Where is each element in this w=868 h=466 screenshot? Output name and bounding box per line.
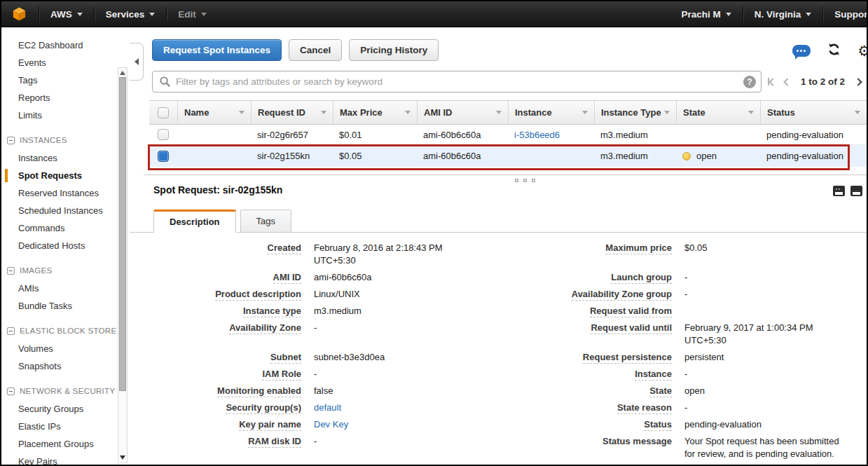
column-header-name[interactable]: Name xyxy=(177,101,251,124)
sidebar-item-ec2-dashboard[interactable]: EC2 Dashboard xyxy=(1,36,130,54)
column-header-instance-type[interactable]: Instance Type xyxy=(594,101,676,124)
field-row-request-valid-from: Request valid from xyxy=(554,305,861,317)
column-header-instance[interactable]: Instance xyxy=(508,101,594,124)
scroll-up-icon[interactable] xyxy=(120,71,125,75)
top-nav-bar: AWS Services Edit Prachi M N. Virginia S… xyxy=(1,1,867,27)
nav-right-group: Prachi M N. Virginia Support xyxy=(670,1,867,27)
cancel-button[interactable]: Cancel xyxy=(289,39,342,61)
chevron-down-icon xyxy=(806,13,811,16)
tab-description[interactable]: Description xyxy=(153,210,236,233)
column-header-state[interactable]: State xyxy=(676,101,760,124)
sidebar-item-key-pairs[interactable]: Key Pairs xyxy=(1,453,130,466)
tab-tags[interactable]: Tags xyxy=(240,210,291,233)
sidebar-item-reserved-instances[interactable]: Reserved Instances xyxy=(1,184,130,202)
sidebar-item-security-groups[interactable]: Security Groups xyxy=(1,400,130,418)
sidebar-item-dedicated-hosts[interactable]: Dedicated Hosts xyxy=(1,237,130,254)
collapse-minus-icon xyxy=(7,137,15,144)
filter-input[interactable] xyxy=(176,76,740,87)
field-row-created: CreatedFebruary 8, 2016 at 2:18:43 PMUTC… xyxy=(153,242,549,267)
chevron-down-icon xyxy=(149,13,155,16)
select-all-checkbox[interactable] xyxy=(158,107,169,118)
scrollbar-thumb[interactable] xyxy=(119,77,126,391)
security-group-link[interactable]: default xyxy=(314,402,341,414)
column-header-request-id[interactable]: Request ID xyxy=(251,101,333,124)
sidebar-item-elastic-ips[interactable]: Elastic IPs xyxy=(1,418,130,435)
detail-panel-title: Spot Request: sir-02g155kn xyxy=(153,184,282,196)
field-row-ami-id: AMI IDami-60b6c60a xyxy=(153,271,549,284)
row-checkbox[interactable] xyxy=(158,129,169,140)
field-row-status: Statuspending-evaluation xyxy=(554,418,861,431)
cell-ami-id: ami-60b6c60a xyxy=(417,130,508,140)
pagination: 1 to 2 of 2 xyxy=(768,71,861,92)
request-spot-instances-button[interactable]: Request Spot Instances xyxy=(152,39,282,61)
nav-support-menu[interactable]: Support xyxy=(823,9,868,20)
column-header-status[interactable]: Status xyxy=(760,101,867,124)
table-row[interactable]: sir-02g6r657 $0.01 ami-60b6c60a i-53b6ee… xyxy=(149,125,867,145)
help-icon[interactable]: ? xyxy=(743,76,756,88)
detail-fields-right: Maximum price$0.05 Launch group- Availab… xyxy=(554,242,861,465)
nav-menu-services[interactable]: Services xyxy=(95,9,167,20)
row-checkbox-checked[interactable] xyxy=(158,151,169,162)
nav-menu-aws[interactable]: AWS xyxy=(39,9,94,20)
nav-menu-edit[interactable]: Edit xyxy=(167,9,218,20)
first-page-button[interactable] xyxy=(768,78,776,85)
feedback-chat-icon[interactable] xyxy=(792,45,811,57)
aws-cube-logo-icon[interactable] xyxy=(11,6,27,22)
sidebar-collapse-tab[interactable] xyxy=(130,43,144,81)
next-page-button[interactable] xyxy=(854,78,862,85)
sort-caret-icon xyxy=(239,111,244,114)
nav-region-menu[interactable]: N. Virginia xyxy=(743,9,823,20)
scroll-down-icon[interactable] xyxy=(120,455,125,460)
sidebar-item-instances[interactable]: Instances xyxy=(1,149,130,167)
sidebar-item-spot-requests[interactable]: Spot Requests xyxy=(1,167,130,184)
maximize-pane-icon[interactable] xyxy=(850,186,862,196)
cell-instance-type: m3.medium xyxy=(594,151,676,161)
sidebar-item-commands[interactable]: Commands xyxy=(1,219,130,237)
filter-bar: ? xyxy=(152,71,762,92)
sidebar-section-images[interactable]: IMAGES xyxy=(1,262,130,280)
sidebar-item-scheduled-instances[interactable]: Scheduled Instances xyxy=(1,202,130,219)
sort-caret-icon xyxy=(405,111,411,114)
sidebar-item-events[interactable]: Events xyxy=(1,54,130,71)
sidebar: EC2 Dashboard Events Tags Reports Limits… xyxy=(1,27,130,465)
cell-max-price: $0.05 xyxy=(333,151,417,161)
sort-caret-icon xyxy=(496,111,502,114)
settings-gear-icon[interactable]: ⚙ xyxy=(857,43,868,58)
cell-instance-type: m3.medium xyxy=(594,130,676,140)
panel-divider xyxy=(144,174,867,175)
instance-link[interactable]: i-53b6eed6 xyxy=(514,130,560,140)
column-header-max-price[interactable]: Max Price xyxy=(333,101,417,124)
sidebar-section-elastic-block-store[interactable]: ELASTIC BLOCK STORE xyxy=(1,322,130,340)
cell-status: pending-evaluation xyxy=(760,130,867,140)
page-range-label: 1 to 2 of 2 xyxy=(799,76,846,87)
sidebar-item-reports[interactable]: Reports xyxy=(1,89,130,107)
sidebar-section-instances[interactable]: INSTANCES xyxy=(1,132,130,149)
collapse-minus-icon xyxy=(7,388,15,395)
toolbar-icons: ⚙ xyxy=(792,42,868,59)
sidebar-item-amis[interactable]: AMIs xyxy=(1,280,130,297)
sidebar-item-tags[interactable]: Tags xyxy=(1,71,130,89)
sidebar-item-volumes[interactable]: Volumes xyxy=(1,340,130,357)
sidebar-item-bundle-tasks[interactable]: Bundle Tasks xyxy=(1,297,130,315)
refresh-icon[interactable] xyxy=(827,42,841,59)
split-pane-icon[interactable] xyxy=(833,186,845,196)
column-header-ami-id[interactable]: AMI ID xyxy=(417,101,508,124)
collapse-minus-icon xyxy=(7,327,15,335)
pricing-history-button[interactable]: Pricing History xyxy=(349,39,439,61)
key-pair-link[interactable]: Dev Key xyxy=(314,418,348,431)
pane-resize-handle[interactable] xyxy=(515,179,535,182)
sidebar-item-placement-groups[interactable]: Placement Groups xyxy=(1,435,130,453)
field-row-maximum-price: Maximum price$0.05 xyxy=(554,242,861,254)
field-row-product-description: Product descriptionLinux/UNIX xyxy=(153,288,549,301)
detail-tabs: Description Tags xyxy=(153,210,291,233)
sidebar-scrollbar[interactable] xyxy=(118,67,128,463)
previous-page-button[interactable] xyxy=(783,78,791,85)
sidebar-item-limits[interactable]: Limits xyxy=(1,107,130,124)
sidebar-item-snapshots[interactable]: Snapshots xyxy=(1,357,130,375)
field-row-availability-zone: Availability Zone- xyxy=(153,322,549,334)
nav-user-menu[interactable]: Prachi M xyxy=(670,9,742,20)
sidebar-section-network-security[interactable]: NETWORK & SECURITY xyxy=(1,383,130,400)
field-row-status-message: Status messageYour Spot request has been… xyxy=(554,435,861,460)
table-row-selected[interactable]: sir-02g155kn $0.05 ami-60b6c60a m3.mediu… xyxy=(149,145,867,167)
state-open-icon xyxy=(682,152,691,160)
